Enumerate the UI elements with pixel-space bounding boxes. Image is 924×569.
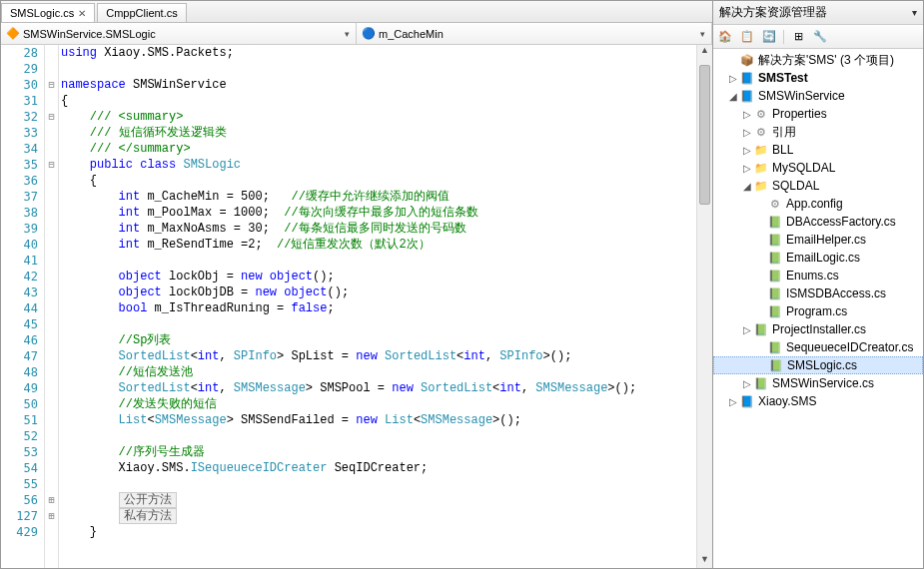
tree-item[interactable]: ▷📘SMSTest [713, 69, 923, 87]
code-line[interactable]: { [61, 93, 696, 109]
code-line[interactable]: int m_PoolMax = 1000; //每次向缓存中最多加入的短信条数 [61, 205, 696, 221]
fold-toggle[interactable]: ⊞ [45, 508, 58, 524]
code-line[interactable] [61, 476, 696, 492]
code-line[interactable]: using Xiaoy.SMS.Packets; [61, 45, 696, 61]
expand-toggle[interactable]: ▷ [727, 396, 739, 407]
tab-SMSLogic-cs[interactable]: SMSLogic.cs✕ [1, 3, 95, 22]
tree-item[interactable]: 📗ISMSDBAccess.cs [713, 284, 923, 302]
line-number: 48 [1, 364, 38, 380]
expand-toggle[interactable]: ▷ [741, 127, 753, 138]
tree-item[interactable]: 📗EmailHelper.cs [713, 231, 923, 249]
show-all-icon[interactable]: 📋 [739, 29, 755, 45]
tree-label: 解决方案'SMS' (3 个项目) [758, 52, 894, 69]
tree-item[interactable]: ◢📁SQLDAL [713, 177, 923, 195]
code-line[interactable]: } [61, 524, 696, 540]
code-line[interactable]: //发送失败的短信 [61, 396, 696, 412]
tree-label: Properties [772, 107, 827, 121]
code-line[interactable]: 私有方法 [61, 508, 696, 524]
tree-item[interactable]: ▷📁BLL [713, 141, 923, 159]
code-line[interactable]: object lockObjDB = new object(); [61, 284, 696, 300]
scroll-up-arrow[interactable]: ▲ [697, 45, 712, 59]
code-content[interactable]: using Xiaoy.SMS.Packets; namespace SMSWi… [59, 45, 696, 568]
code-line[interactable]: SortedList<int, SPInfo> SpList = new Sor… [61, 348, 696, 364]
code-line[interactable]: object lockObj = new object(); [61, 269, 696, 284]
tree-item[interactable]: 📗Program.cs [713, 302, 923, 320]
code-line[interactable]: //Sp列表 [61, 332, 696, 348]
fold-toggle[interactable]: ⊟ [45, 157, 58, 173]
code-line[interactable]: { [61, 173, 696, 189]
vertical-scrollbar[interactable]: ▲ ▼ [696, 45, 712, 568]
fold-toggle [45, 380, 58, 396]
line-number: 50 [1, 396, 38, 412]
fold-toggle [45, 476, 58, 492]
code-line[interactable]: 公开方法 [61, 492, 696, 508]
tree-item[interactable]: 📗EmailLogic.cs [713, 249, 923, 267]
panel-menu-icon[interactable]: ▾ [912, 7, 917, 18]
code-line[interactable]: /// <summary> [61, 109, 696, 125]
tree-item[interactable]: ⚙App.config [713, 195, 923, 213]
expand-toggle[interactable]: ▷ [727, 73, 739, 84]
code-line[interactable]: List<SMSMessage> SMSSendFailed = new Lis… [61, 412, 696, 428]
expand-toggle[interactable]: ▷ [741, 109, 753, 120]
tree-item[interactable]: ▷⚙引用 [713, 123, 923, 141]
nav-class-dropdown[interactable]: 🔶 SMSWinService.SMSLogic ▾ [1, 23, 357, 44]
code-line[interactable] [61, 316, 696, 332]
tree-item[interactable]: 📗DBAccessFactory.cs [713, 213, 923, 231]
code-line[interactable]: bool m_IsThreadRuning = false; [61, 300, 696, 316]
expand-toggle[interactable]: ▷ [741, 324, 753, 335]
code-line[interactable]: /// 短信循环发送逻辑类 [61, 125, 696, 141]
view-code-icon[interactable]: 🔧 [812, 29, 828, 45]
code-line[interactable]: public class SMSLogic [61, 157, 696, 173]
fold-toggle [45, 237, 58, 253]
code-line[interactable]: SortedList<int, SMSMessage> SMSPool = ne… [61, 380, 696, 396]
code-line[interactable]: int m_ReSendTime =2; //短信重发次数（默认2次） [61, 237, 696, 253]
tree-item[interactable]: ◢📘SMSWinService [713, 87, 923, 105]
solution-tree[interactable]: 📦解决方案'SMS' (3 个项目)▷📘SMSTest◢📘SMSWinServi… [713, 49, 923, 568]
close-icon[interactable]: ✕ [78, 8, 86, 19]
fold-toggle [45, 253, 58, 269]
tree-item[interactable]: 📗SMSLogic.cs [713, 356, 923, 374]
cs-icon: 📗 [767, 215, 783, 229]
scroll-thumb[interactable] [699, 65, 710, 205]
nav-member-dropdown[interactable]: 🔵 m_CacheMin ▾ [357, 23, 712, 44]
tree-item[interactable]: 📦解决方案'SMS' (3 个项目) [713, 51, 923, 69]
fold-toggle [45, 45, 58, 61]
tree-label: SMSTest [758, 71, 808, 85]
refresh-icon[interactable]: 🔄 [761, 29, 777, 45]
fold-toggle [45, 221, 58, 237]
fold-toggle[interactable]: ⊟ [45, 77, 58, 93]
tree-item[interactable]: ▷📗ProjectInstaller.cs [713, 320, 923, 338]
expand-toggle[interactable]: ▷ [741, 145, 753, 156]
code-editor[interactable]: 2829303132333435363738394041424344454647… [1, 45, 712, 568]
tree-label: EmailLogic.cs [786, 251, 860, 265]
properties-icon[interactable]: ⊞ [790, 29, 806, 45]
code-line[interactable]: namespace SMSWinService [61, 77, 696, 93]
expand-toggle[interactable]: ▷ [741, 163, 753, 174]
code-line[interactable]: Xiaoy.SMS.ISequeueceIDCreater SeqIDCreat… [61, 460, 696, 476]
tree-item[interactable]: ▷📗SMSWinService.cs [713, 374, 923, 392]
expand-toggle[interactable]: ◢ [741, 181, 753, 192]
code-line[interactable]: int m_MaxNoAsms = 30; //每条短信最多同时发送的号码数 [61, 221, 696, 237]
line-number: 32 [1, 109, 38, 125]
code-line[interactable]: //序列号生成器 [61, 444, 696, 460]
nav-class-text: SMSWinService.SMSLogic [23, 28, 156, 40]
fold-toggle[interactable]: ⊞ [45, 492, 58, 508]
tree-item[interactable]: ▷📘Xiaoy.SMS [713, 392, 923, 410]
fold-gutter[interactable]: ⊟⊟⊟⊞⊞ [45, 45, 59, 568]
fold-toggle[interactable]: ⊟ [45, 109, 58, 125]
code-line[interactable]: /// </summary> [61, 141, 696, 157]
code-line[interactable]: int m_CacheMin = 500; //缓存中允许继续添加的阀值 [61, 189, 696, 205]
code-line[interactable] [61, 61, 696, 77]
tree-item[interactable]: ▷⚙Properties [713, 105, 923, 123]
tree-item[interactable]: 📗Enums.cs [713, 267, 923, 284]
home-icon[interactable]: 🏠 [717, 29, 733, 45]
expand-toggle[interactable]: ▷ [741, 378, 753, 389]
code-line[interactable] [61, 253, 696, 269]
code-line[interactable] [61, 428, 696, 444]
tab-CmppClient-cs[interactable]: CmppClient.cs [97, 3, 187, 22]
code-line[interactable]: //短信发送池 [61, 364, 696, 380]
tree-item[interactable]: 📗SequeueceIDCreator.cs [713, 338, 923, 356]
tree-item[interactable]: ▷📁MySQLDAL [713, 159, 923, 177]
scroll-down-arrow[interactable]: ▼ [697, 554, 712, 568]
expand-toggle[interactable]: ◢ [727, 91, 739, 102]
